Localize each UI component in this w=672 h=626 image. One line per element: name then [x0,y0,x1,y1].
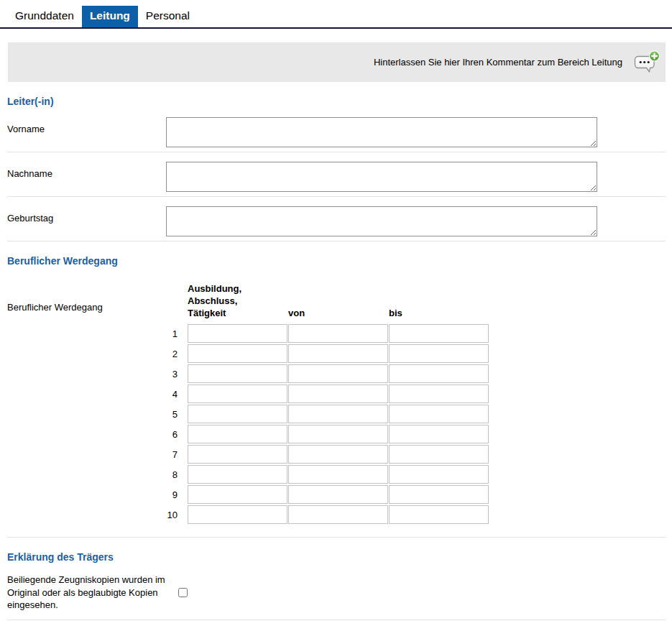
ausbildung-input-row5[interactable] [188,405,287,423]
von-input-row10[interactable] [288,505,388,524]
geburtstag-input[interactable] [166,206,597,236]
col-header-von: von [288,307,389,319]
bis-input-row9[interactable] [389,485,489,504]
tab-personal[interactable]: Personal [138,6,198,27]
table-row: 2 [166,344,489,364]
nachname-label: Nachname [7,162,166,192]
ausbildung-input-row1[interactable] [188,324,287,343]
section-heading-werdegang: Beruflicher Werdegang [7,255,672,267]
divider [7,537,666,538]
header-line: Tätigkeit [188,307,288,319]
section-heading-erklaerung: Erklärung des Trägers [7,551,672,563]
werdegang-row-label: Beruflicher Werdegang [7,282,166,525]
nachname-input[interactable] [166,162,597,192]
zeugniskopien-checkbox[interactable] [178,588,188,597]
ausbildung-input-row9[interactable] [188,485,287,504]
col-header-ausbildung: Ausbildung, Abschluss, Tätigkeit [188,282,288,319]
table-row: 7 [166,445,489,465]
werdegang-table: Ausbildung, Abschluss, Tätigkeit von bis… [166,282,489,525]
table-header-row: Ausbildung, Abschluss, Tätigkeit von bis [188,282,489,319]
bis-input-row5[interactable] [389,405,489,423]
werdegang-block: Beruflicher Werdegang Ausbildung, Abschl… [7,282,672,525]
field-row-geburtstag: Geburtstag [0,197,672,241]
von-input-row4[interactable] [288,385,388,403]
von-input-row5[interactable] [288,405,388,423]
geburtstag-label: Geburtstag [7,206,166,236]
row-number: 1 [166,324,188,344]
field-row-nachname: Nachname [0,152,672,196]
vorname-label: Vorname [7,117,166,147]
divider [7,241,666,241]
table-row: 10 [166,505,489,525]
vorname-input[interactable] [166,117,597,147]
von-input-row6[interactable] [288,425,388,443]
comment-bar-label: Hinterlassen Sie hier Ihren Kommentar zu… [374,57,622,68]
ausbildung-input-row2[interactable] [188,344,287,363]
erklaerung-statement: Beiliegende Zeugniskopien wurden im Orig… [7,574,170,612]
row-number: 3 [166,364,188,385]
section-heading-leiter: Leiter(-in) [7,96,672,108]
bis-input-row4[interactable] [389,385,489,403]
row-number: 9 [166,485,188,505]
bis-input-row2[interactable] [389,344,489,363]
comment-bubble-add-icon[interactable] [634,50,661,75]
row-number: 6 [166,425,188,445]
tab-bar: Grunddaten Leitung Personal [0,0,672,29]
bis-input-row7[interactable] [389,445,489,464]
bis-input-row10[interactable] [389,505,489,524]
comment-bar: Hinterlassen Sie hier Ihren Kommentar zu… [8,42,666,82]
row-number: 5 [166,405,188,425]
header-line: Ausbildung, [188,282,288,295]
bis-input-row1[interactable] [389,324,489,343]
row-number: 8 [166,465,188,485]
von-input-row1[interactable] [288,324,388,343]
divider [7,620,666,620]
tab-leitung[interactable]: Leitung [82,6,138,27]
ausbildung-input-row10[interactable] [188,505,287,524]
ausbildung-input-row4[interactable] [188,385,287,403]
ausbildung-input-row8[interactable] [188,465,287,484]
table-row: 6 [166,425,489,445]
von-input-row9[interactable] [288,485,388,504]
table-row: 1 [166,324,489,344]
col-header-bis: bis [389,307,489,319]
table-row: 8 [166,465,489,485]
table-row: 4 [166,385,489,405]
bis-input-row8[interactable] [389,465,489,484]
ausbildung-input-row6[interactable] [188,425,287,443]
von-input-row8[interactable] [288,465,388,484]
tab-grunddaten[interactable]: Grunddaten [7,6,82,27]
table-row: 5 [166,405,489,425]
bis-input-row6[interactable] [389,425,489,443]
von-input-row3[interactable] [288,364,388,383]
ausbildung-input-row7[interactable] [188,445,287,464]
bis-input-row3[interactable] [389,364,489,383]
row-number: 7 [166,445,188,465]
row-number: 2 [166,344,188,364]
row-number: 4 [166,385,188,405]
ausbildung-input-row3[interactable] [188,364,287,383]
erklaerung-row: Beiliegende Zeugniskopien wurden im Orig… [7,574,672,612]
table-row: 9 [166,485,489,505]
table-row: 3 [166,364,489,385]
header-line: Abschluss, [188,295,288,307]
von-input-row2[interactable] [288,344,388,363]
field-row-vorname: Vorname [0,108,672,152]
von-input-row7[interactable] [288,445,388,464]
row-number: 10 [166,505,188,525]
